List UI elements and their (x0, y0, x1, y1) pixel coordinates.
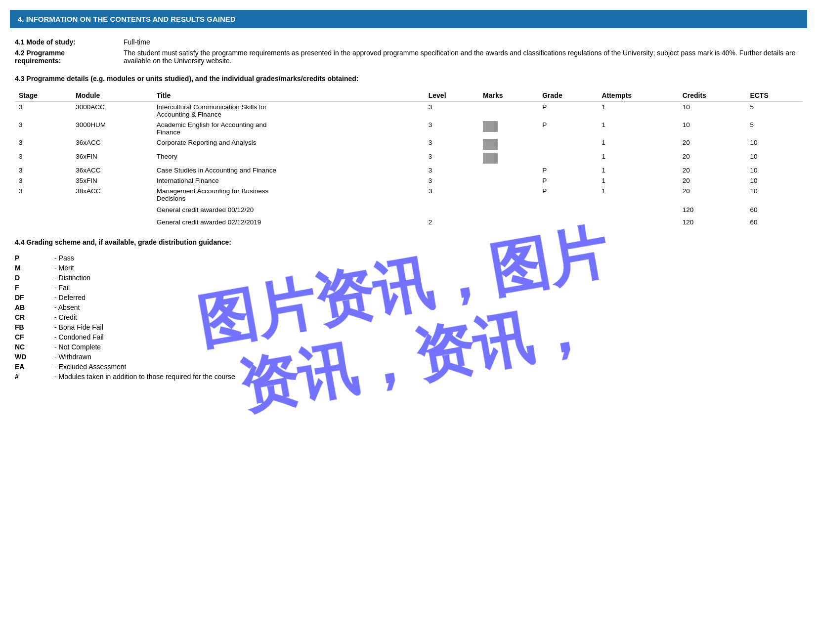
grading-row: D - Distinction (15, 273, 235, 283)
cell-ects: 10 (746, 165, 802, 175)
grade-code: D (15, 273, 54, 283)
grade-description: - Condoned Fail (54, 332, 235, 342)
cell-credits: 20 (679, 137, 746, 151)
cell-ects: 60 (746, 216, 802, 228)
cell-title: Academic English for Accounting andFinan… (153, 120, 425, 137)
grade-description: - Merit (54, 263, 235, 273)
table-row: 3 36xFIN Theory 3 1 20 10 (15, 151, 802, 165)
cell-grade (538, 137, 598, 151)
grading-row: AB - Absent (15, 302, 235, 312)
cell-level (425, 204, 479, 216)
cell-title: Management Accounting for BusinessDecisi… (153, 186, 425, 204)
grading-row: F - Fail (15, 283, 235, 293)
cell-ects: 10 (746, 175, 802, 186)
cell-credits: 20 (679, 151, 746, 165)
cell-credits: 120 (679, 216, 746, 228)
grade-code: F (15, 283, 54, 293)
cell-level: 3 (425, 120, 479, 137)
programme-details-title: 4.3 Programme details (e.g. modules or u… (15, 75, 802, 83)
cell-marks (479, 186, 538, 204)
cell-stage: 3 (15, 165, 72, 175)
cell-stage: 3 (15, 120, 72, 137)
table-row: 3 36xACC Corporate Reporting and Analysi… (15, 137, 802, 151)
cell-module: 36xACC (72, 137, 152, 151)
cell-general-credit-label: General credit awarded 02/12/2019 (153, 216, 425, 228)
cell-module (72, 204, 152, 216)
grade-description: - Not Complete (54, 342, 235, 352)
cell-level: 3 (425, 137, 479, 151)
cell-stage: 3 (15, 102, 72, 120)
table-row: 3 36xACC Case Studies in Accounting and … (15, 165, 802, 175)
grade-code: FB (15, 322, 54, 332)
section-title: 4. INFORMATION ON THE CONTENTS AND RESUL… (18, 15, 236, 23)
table-row: 3 38xACC Management Accounting for Busin… (15, 186, 802, 204)
cell-stage: 3 (15, 151, 72, 165)
grade-description: - Credit (54, 312, 235, 322)
cell-credits: 20 (679, 165, 746, 175)
cell-credits: 20 (679, 175, 746, 186)
grading-row: M - Merit (15, 263, 235, 273)
grading-row: FB - Bona Fide Fail (15, 322, 235, 332)
cell-title: International Finance (153, 175, 425, 186)
cell-module: 38xACC (72, 186, 152, 204)
cell-grade: P (538, 165, 598, 175)
cell-module (72, 216, 152, 228)
cell-attempts: 1 (598, 186, 678, 204)
programme-requirements-row: 4.2 Programme requirements: The student … (15, 49, 802, 65)
module-table: Stage Module Title Level Marks Grade Att… (15, 89, 802, 228)
mode-of-study-label: 4.1 Mode of study: (15, 38, 124, 46)
grade-description: - Distinction (54, 273, 235, 283)
cell-level: 3 (425, 175, 479, 186)
cell-module: 36xACC (72, 165, 152, 175)
table-row: 3 3000HUM Academic English for Accountin… (15, 120, 802, 137)
cell-grade: P (538, 175, 598, 186)
section-header: 4. INFORMATION ON THE CONTENTS AND RESUL… (10, 10, 807, 28)
mode-of-study-row: 4.1 Mode of study: Full-time (15, 38, 802, 46)
cell-level: 3 (425, 151, 479, 165)
grading-row: NC - Not Complete (15, 342, 235, 352)
cell-attempts: 1 (598, 102, 678, 120)
grading-title: 4.4 Grading scheme and, if available, gr… (15, 238, 802, 246)
grade-description: - Pass (54, 253, 235, 263)
cell-marks (479, 204, 538, 216)
grade-code: DF (15, 293, 54, 302)
cell-module: 3000ACC (72, 102, 152, 120)
cell-credits: 10 (679, 102, 746, 120)
grade-code: AB (15, 302, 54, 312)
cell-module: 3000HUM (72, 120, 152, 137)
cell-ects: 60 (746, 204, 802, 216)
cell-attempts: 1 (598, 175, 678, 186)
grade-code: # (15, 372, 54, 382)
grading-row: EA - Excluded Assessment (15, 362, 235, 372)
cell-module: 35xFIN (72, 175, 152, 186)
col-level: Level (425, 89, 479, 102)
col-stage: Stage (15, 89, 72, 102)
grade-description: - Excluded Assessment (54, 362, 235, 372)
grading-row: P - Pass (15, 253, 235, 263)
cell-stage: 3 (15, 175, 72, 186)
grade-code: EA (15, 362, 54, 372)
cell-stage (15, 204, 72, 216)
grade-code: WD (15, 352, 54, 362)
mode-of-study-value: Full-time (124, 38, 802, 46)
cell-level: 2 (425, 216, 479, 228)
cell-grade (538, 204, 598, 216)
cell-grade (538, 216, 598, 228)
table-row: 3 3000ACC Intercultural Communication Sk… (15, 102, 802, 120)
cell-grade (538, 151, 598, 165)
grading-row: # - Modules taken in addition to those r… (15, 372, 235, 382)
grade-description: - Deferred (54, 293, 235, 302)
cell-grade: P (538, 120, 598, 137)
cell-credits: 120 (679, 204, 746, 216)
col-module: Module (72, 89, 152, 102)
programme-requirements-value: The student must satisfy the programme r… (124, 49, 802, 65)
grading-section: 4.4 Grading scheme and, if available, gr… (15, 238, 802, 382)
grade-code: M (15, 263, 54, 273)
cell-ects: 5 (746, 120, 802, 137)
programme-label-line2: requirements: (15, 57, 61, 65)
table-row: 3 35xFIN International Finance 3 P 1 20 … (15, 175, 802, 186)
grade-code: P (15, 253, 54, 263)
cell-general-credit-label: General credit awarded 00/12/20 (153, 204, 425, 216)
cell-attempts: 1 (598, 151, 678, 165)
cell-attempts: 1 (598, 137, 678, 151)
